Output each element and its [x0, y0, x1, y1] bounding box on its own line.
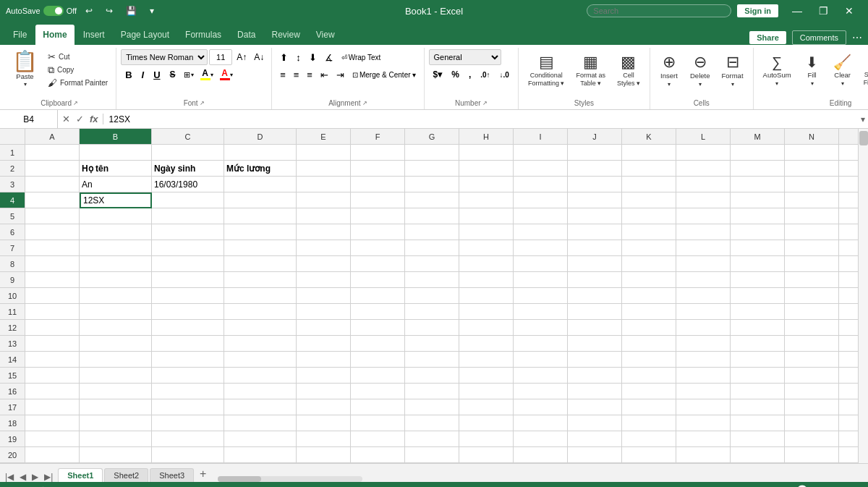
- cell-A13[interactable]: [25, 336, 80, 352]
- col-header-M[interactable]: M: [731, 129, 785, 145]
- cell-G6[interactable]: [405, 224, 459, 240]
- col-header-F[interactable]: F: [351, 129, 405, 145]
- cell-F19[interactable]: [351, 431, 405, 447]
- cell-H6[interactable]: [459, 224, 514, 240]
- cell-K20[interactable]: [622, 447, 676, 463]
- cell-D17[interactable]: [224, 399, 297, 415]
- cell-M19[interactable]: [731, 431, 785, 447]
- scrollbar-thumb-h[interactable]: [218, 476, 261, 482]
- cell-A2[interactable]: [25, 161, 80, 177]
- cell-O3[interactable]: [839, 177, 858, 192]
- cell-H5[interactable]: [459, 208, 514, 224]
- cell-C15[interactable]: [152, 368, 224, 384]
- cell-I7[interactable]: [514, 240, 568, 256]
- cell-I20[interactable]: [514, 447, 568, 463]
- tab-formulas[interactable]: Formulas: [178, 25, 229, 45]
- cell-E17[interactable]: [297, 399, 351, 415]
- cell-L15[interactable]: [676, 368, 731, 384]
- cell-F4[interactable]: [351, 192, 405, 208]
- font-size-increase-button[interactable]: A↑: [234, 51, 250, 64]
- bold-button[interactable]: B: [121, 67, 136, 82]
- insert-button[interactable]: ⊕ Insert ▾: [655, 49, 684, 93]
- cell-K12[interactable]: [622, 320, 676, 336]
- cell-J3[interactable]: [568, 177, 622, 192]
- cell-G16[interactable]: [405, 384, 459, 399]
- cell-H4[interactable]: [459, 192, 514, 208]
- row-header-10[interactable]: 10: [0, 288, 25, 304]
- cell-G15[interactable]: [405, 368, 459, 384]
- cell-D1[interactable]: [224, 145, 297, 161]
- cell-C12[interactable]: [152, 320, 224, 336]
- format-painter-button[interactable]: 🖌 Format Painter: [44, 77, 111, 89]
- align-middle-button[interactable]: ↕: [292, 49, 305, 65]
- cell-B2[interactable]: Họ tên: [80, 161, 152, 177]
- cell-styles-button[interactable]: ▩ CellStyles ▾: [612, 49, 645, 93]
- cell-N17[interactable]: [785, 399, 839, 415]
- cell-J2[interactable]: [568, 161, 622, 177]
- comma-button[interactable]: ,: [464, 67, 475, 82]
- cell-E2[interactable]: [297, 161, 351, 177]
- cell-K16[interactable]: [622, 384, 676, 399]
- cell-C7[interactable]: [152, 240, 224, 256]
- cell-B11[interactable]: [80, 304, 152, 320]
- cell-C18[interactable]: [152, 415, 224, 431]
- align-center-button[interactable]: ≡: [290, 67, 303, 82]
- tab-data[interactable]: Data: [230, 25, 263, 45]
- cell-O19[interactable]: [839, 431, 858, 447]
- cell-D2[interactable]: Mức lương: [224, 161, 297, 177]
- cell-C10[interactable]: [152, 288, 224, 304]
- cell-G1[interactable]: [405, 145, 459, 161]
- cell-M15[interactable]: [731, 368, 785, 384]
- col-header-I[interactable]: I: [514, 129, 568, 145]
- cell-E15[interactable]: [297, 368, 351, 384]
- cell-K2[interactable]: [622, 161, 676, 177]
- cell-F18[interactable]: [351, 415, 405, 431]
- cell-M10[interactable]: [731, 288, 785, 304]
- row-header-14[interactable]: 14: [0, 352, 25, 368]
- cell-N19[interactable]: [785, 431, 839, 447]
- wrap-text-button[interactable]: ⏎ Wrap Text: [338, 49, 385, 65]
- font-size-input[interactable]: [209, 49, 232, 65]
- cell-O10[interactable]: [839, 288, 858, 304]
- ribbon-expand-button[interactable]: ⋯: [852, 32, 862, 43]
- clipboard-expand-icon[interactable]: ↗: [73, 100, 78, 106]
- row-header-18[interactable]: 18: [0, 415, 25, 431]
- cell-N7[interactable]: [785, 240, 839, 256]
- cell-O18[interactable]: [839, 415, 858, 431]
- vertical-scrollbar[interactable]: [858, 129, 868, 463]
- cell-J6[interactable]: [568, 224, 622, 240]
- signin-button[interactable]: Sign in: [737, 4, 778, 17]
- cell-I17[interactable]: [514, 399, 568, 415]
- font-expand-icon[interactable]: ↗: [200, 100, 205, 106]
- cell-G3[interactable]: [405, 177, 459, 192]
- cell-I18[interactable]: [514, 415, 568, 431]
- fill-color-button[interactable]: A ▾: [197, 67, 216, 82]
- cell-A18[interactable]: [25, 415, 80, 431]
- row-header-15[interactable]: 15: [0, 368, 25, 384]
- row-header-2[interactable]: 2: [0, 161, 25, 177]
- cell-K19[interactable]: [622, 431, 676, 447]
- cell-B3[interactable]: An: [80, 177, 152, 192]
- cell-F12[interactable]: [351, 320, 405, 336]
- col-header-D[interactable]: D: [224, 129, 297, 145]
- cell-F13[interactable]: [351, 336, 405, 352]
- cell-I9[interactable]: [514, 272, 568, 288]
- cell-J12[interactable]: [568, 320, 622, 336]
- cell-N10[interactable]: [785, 288, 839, 304]
- formula-cancel-icon[interactable]: ✕: [61, 114, 72, 124]
- cell-I19[interactable]: [514, 431, 568, 447]
- cell-B7[interactable]: [80, 240, 152, 256]
- cell-D18[interactable]: [224, 415, 297, 431]
- cell-K5[interactable]: [622, 208, 676, 224]
- cell-H3[interactable]: [459, 177, 514, 192]
- increase-indent-button[interactable]: ⇥: [333, 67, 348, 82]
- cell-M6[interactable]: [731, 224, 785, 240]
- cell-A3[interactable]: [25, 177, 80, 192]
- cell-E9[interactable]: [297, 272, 351, 288]
- cell-F17[interactable]: [351, 399, 405, 415]
- cell-D6[interactable]: [224, 224, 297, 240]
- cell-E7[interactable]: [297, 240, 351, 256]
- cell-C3[interactable]: 16/03/1980: [152, 177, 224, 192]
- cell-B14[interactable]: [80, 352, 152, 368]
- cell-M16[interactable]: [731, 384, 785, 399]
